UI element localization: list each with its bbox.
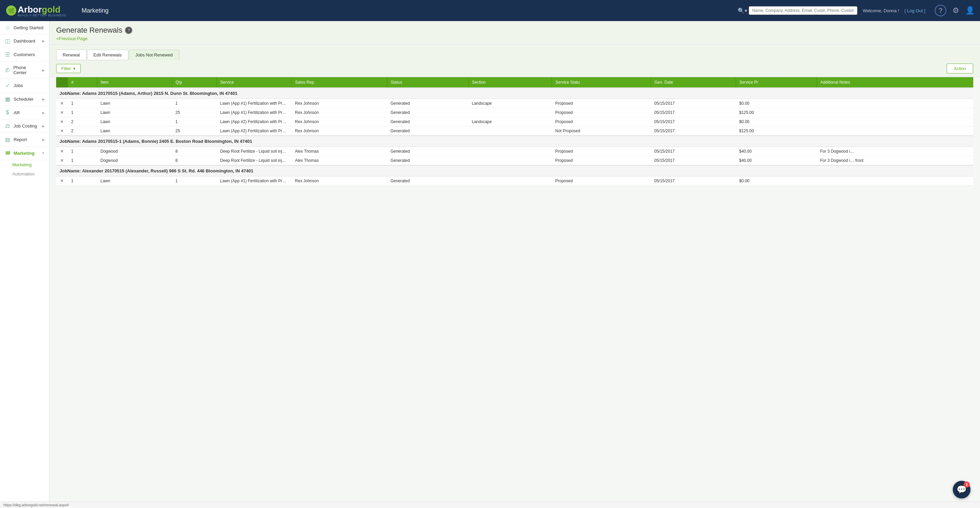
help-icon[interactable]: ?: [125, 27, 132, 34]
top-navigation: 🌿 Arborgold BUILD A BETTER BUSINESS Mark…: [0, 0, 980, 21]
group-row: JobName: Alexander 20170515 (Alexander, …: [56, 165, 973, 176]
welcome-text: Welcome, Donna !: [863, 8, 899, 13]
th-service-status: Service Statu: [552, 77, 651, 88]
help-nav-icon[interactable]: ?: [935, 5, 946, 16]
nav-icons: ? ⚙ 👤: [935, 5, 975, 16]
users-icon[interactable]: 👤: [966, 6, 975, 15]
filter-button[interactable]: Filter ▾: [56, 64, 81, 73]
row-status: Generated: [387, 117, 468, 127]
row-price: $0.00: [736, 99, 817, 108]
search-input[interactable]: [749, 6, 858, 15]
search-button[interactable]: 🔍▾: [738, 8, 747, 14]
tab-jobs-not-renewed[interactable]: Jobs Not Renewed: [129, 50, 179, 60]
th-item: Item: [97, 77, 172, 88]
status-url: https://dkg.arborgold.net/renewal.aspx#: [3, 503, 69, 507]
sidebar-item-jobs[interactable]: ✓ Jobs: [0, 79, 49, 92]
logo-arbor: Arbor: [18, 5, 42, 14]
customers-icon: ☰: [4, 51, 11, 58]
action-button[interactable]: Action: [947, 64, 973, 73]
row-notes: For 3 Dogwood i… front: [817, 156, 973, 165]
sidebar-label-phone-center: Phone Center: [13, 65, 40, 75]
row-gen-date: 05/15/2017: [651, 176, 736, 186]
tab-edit-renewals[interactable]: Edit Renewals: [87, 50, 128, 60]
th-sales-rep: Sales Rep.: [292, 77, 387, 88]
table-row: ✕ 1 Lawn 1 Lawn (App #1) Fertilization w…: [56, 99, 973, 108]
sidebar-sub-marketing[interactable]: Marketing: [0, 160, 49, 169]
row-service: Deep Root Fertilize - Liquid soil inject…: [217, 147, 292, 156]
row-delete-button[interactable]: ✕: [60, 101, 64, 106]
th-hash: #: [68, 77, 97, 88]
row-num: 2: [68, 127, 97, 136]
prev-page-link[interactable]: <Previous Page: [56, 36, 88, 41]
row-item: Lawn: [97, 176, 172, 186]
phone-icon: ✆: [4, 67, 11, 73]
table-row: ✕ 2 Lawn 25 Lawn (App #2) Fertilization …: [56, 127, 973, 136]
sidebar-label-job-costing: Job Costing: [14, 124, 37, 129]
sidebar-item-report[interactable]: ▤ Report ▶: [0, 133, 49, 146]
sidebar-label-report: Report: [14, 137, 27, 142]
row-item: Lawn: [97, 117, 172, 127]
sidebar-item-ar[interactable]: $ AR ▶: [0, 106, 49, 119]
logout-link[interactable]: [ Log Out ]: [904, 8, 925, 13]
row-service-status: Proposed: [552, 108, 651, 117]
row-qty: 25: [172, 127, 217, 136]
table-row: ✕ 1 Lawn 1 Lawn (App #1) Fertilization w…: [56, 176, 973, 186]
tab-renewal[interactable]: Renewal: [56, 50, 86, 60]
sidebar-item-marketing[interactable]: ✉ Marketing ▼: [0, 146, 49, 160]
row-delete-button[interactable]: ✕: [60, 149, 64, 154]
row-delete-button[interactable]: ✕: [60, 178, 64, 183]
logo: 🌿 Arborgold BUILD A BETTER BUSINESS: [5, 5, 73, 17]
row-service: Deep Root Fertilize - Liquid soil inject…: [217, 156, 292, 165]
row-gen-date: 05/15/2017: [651, 117, 736, 127]
row-num: 1: [68, 176, 97, 186]
row-qty: 8: [172, 156, 217, 165]
row-notes: [817, 99, 973, 108]
sidebar-sub-automation[interactable]: Automation: [0, 169, 49, 178]
tab-bar: Renewal Edit Renewals Jobs Not Renewed: [49, 45, 980, 60]
table-row: ✕ 2 Lawn 1 Lawn (App #2) Fertilization w…: [56, 117, 973, 127]
row-notes: [817, 176, 973, 186]
ar-arrow: ▶: [42, 111, 45, 114]
sidebar-item-job-costing[interactable]: ⚖ Job Costing ▶: [0, 119, 49, 133]
page-title-text: Generate Renewals: [56, 26, 122, 35]
group-name: Adams 20170515 (Adams, Arthur) 2815 N. D…: [82, 91, 237, 96]
sidebar-item-scheduler[interactable]: ▦ Scheduler ▶: [0, 92, 49, 106]
th-additional-notes: Additional Notes: [817, 77, 973, 88]
row-gen-date: 05/15/2017: [651, 156, 736, 165]
row-gen-date: 05/15/2017: [651, 127, 736, 136]
sidebar-item-customers[interactable]: ☰ Customers: [0, 48, 49, 62]
row-service-status: Proposed: [552, 147, 651, 156]
sidebar-item-phone-center[interactable]: ✆ Phone Center ▶: [0, 62, 49, 79]
row-section: [468, 147, 552, 156]
row-status: Generated: [387, 147, 468, 156]
row-service-status: Proposed: [552, 176, 651, 186]
row-delete-button[interactable]: ✕: [60, 129, 64, 133]
row-service: Lawn (App #1) Fertilization with Pre-Eme…: [217, 108, 292, 117]
sidebar-label-jobs: Jobs: [14, 83, 23, 88]
sidebar-item-dashboard[interactable]: ◫ Dashboard ▶: [0, 34, 49, 48]
group-label: JobName:: [60, 168, 82, 173]
row-service-status: Proposed: [552, 117, 651, 127]
row-delete-button[interactable]: ✕: [60, 119, 64, 124]
row-delete-button[interactable]: ✕: [60, 158, 64, 163]
settings-icon[interactable]: ⚙: [953, 6, 959, 15]
th-gen-date: Gen. Date: [651, 77, 736, 88]
th-status: Status: [387, 77, 468, 88]
row-status: Generated: [387, 176, 468, 186]
row-sales-rep: Alex Thomas: [292, 156, 387, 165]
chat-bubble[interactable]: 💬 2: [953, 481, 970, 498]
row-sales-rep: Rex Johnson: [292, 176, 387, 186]
logo-subtitle: BUILD A BETTER BUSINESS: [18, 14, 66, 17]
sidebar-label-getting-started: Getting Started: [14, 25, 43, 30]
row-item: Lawn: [97, 99, 172, 108]
row-delete-button[interactable]: ✕: [60, 110, 64, 115]
row-x-cell: ✕: [56, 147, 68, 156]
group-row: JobName: Adams 20170515-1 (Adams, Bonnie…: [56, 136, 973, 147]
table-row: ✕ 1 Dogwood 8 Deep Root Fertilize - Liqu…: [56, 156, 973, 165]
sidebar-label-customers: Customers: [14, 52, 35, 57]
row-service-status: Proposed: [552, 99, 651, 108]
row-notes: [817, 117, 973, 127]
row-qty: 25: [172, 108, 217, 117]
report-arrow: ▶: [42, 138, 45, 141]
sidebar-item-getting-started[interactable]: ⌂ Getting Started: [0, 21, 49, 34]
